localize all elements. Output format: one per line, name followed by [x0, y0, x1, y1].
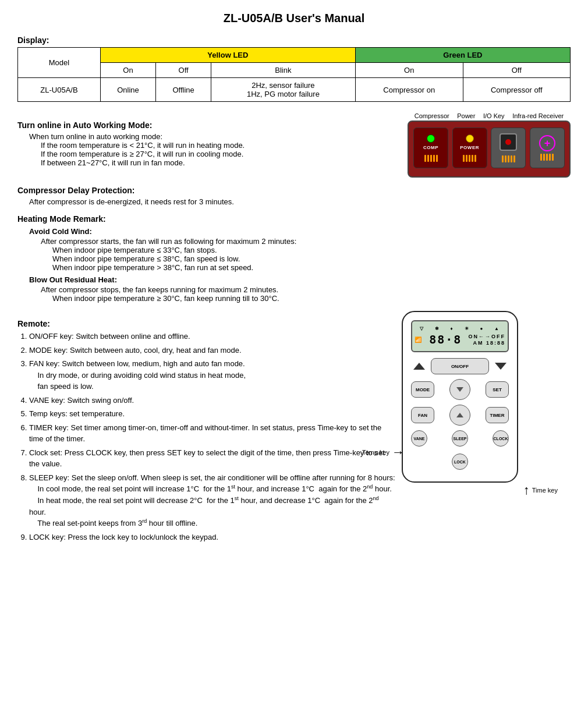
yellow-off-sub: Off [156, 63, 211, 78]
lock-button[interactable]: LOCK [452, 454, 468, 470]
auto-mode-section: Turn online in Auto Working Mode: When t… [17, 112, 571, 178]
blow-out-line2: When indoor pipe temperature ≥ 30°C, fan… [52, 294, 571, 303]
blow-out-line1: After compressor stops, the fan keeps ru… [41, 285, 571, 294]
compressor-delay-section: Compressor Delay Protection: After compr… [17, 186, 571, 206]
fan-nav-button[interactable] [449, 405, 470, 426]
yellow-led-header: Yellow LED [100, 48, 355, 63]
auto-mode-title: Turn online in Auto Working Mode: [17, 121, 396, 130]
yellow-on-sub: On [100, 63, 155, 78]
compressor-label: Compressor [415, 112, 449, 119]
fan-button[interactable]: FAN [411, 407, 434, 423]
remote-body: ▽❄♦☀●▲ 📶 88·8 ON←→OFF AM 18:88 [402, 311, 518, 483]
center-nav-button[interactable] [449, 379, 470, 400]
io-inner [500, 133, 517, 151]
remote-item-4: VANE key: Switch swing on/off. [29, 395, 396, 406]
down-arrow-icon [495, 363, 506, 370]
clock-button[interactable]: CLOCK [493, 430, 509, 447]
comp-btn-label: COMP [423, 145, 438, 150]
vane-sleep-clock-row: VANE SLEEP CLOCK [411, 430, 509, 447]
lock-row: LOCK [411, 451, 509, 470]
green-off-val: Compressor off [463, 78, 570, 102]
remote-item-2: MODE key: Switch between auto, cool, dry… [29, 345, 396, 356]
yellow-off-val: Offline [156, 78, 211, 102]
remote-section: Remote: ON/OFF key: Switch between onlin… [17, 311, 571, 545]
yellow-on-val: Online [100, 78, 155, 102]
ir-plus-icon: + [544, 137, 551, 150]
power-btn-label: POWER [460, 145, 479, 150]
ctrl-body: COMP POWER [408, 121, 571, 178]
avoid-cold-title: Avoid Cold Wind: [29, 227, 571, 236]
timer-button[interactable]: TIMER [486, 407, 509, 423]
green-on-sub: On [355, 63, 463, 78]
screen-digits: 88·8 [429, 332, 462, 346]
vane-button[interactable]: VANE [411, 430, 427, 447]
yellow-blink-sub: Blink [211, 63, 356, 78]
up-arrow-icon [413, 363, 425, 370]
remote-text: Remote: ON/OFF key: Switch between onlin… [17, 311, 402, 545]
time-key-label: Time key [532, 487, 558, 494]
time-key-arrow-left: ↑ [523, 483, 530, 498]
remote-item-1: ON/OFF key: Switch between online and of… [29, 331, 396, 342]
mode-set-row: MODE SET [411, 379, 509, 400]
remote-item-3: FAN key: Switch between low, medium, hig… [29, 358, 396, 392]
auto-mode-line1: If the room temperature is < 21°C, it wi… [41, 141, 396, 150]
temp-key-label-wrap: Temp key → [362, 445, 405, 460]
ir-label: Infra-red Receiver [512, 112, 564, 119]
avoid-cold-line2: When indoor pipe temperature ≤ 38°C, fan… [52, 254, 571, 263]
power-label: Power [457, 112, 475, 119]
on-off-row: ON/OFF [411, 358, 509, 374]
mode-button[interactable]: MODE [411, 381, 434, 398]
power-yellow-led [466, 134, 474, 143]
ir-circle: + [539, 135, 555, 151]
compressor-delay-title: Compressor Delay Protection: [17, 186, 571, 195]
screen-top-icons: ▽❄♦☀●▲ [415, 326, 505, 331]
power-btn-lines [463, 155, 476, 162]
comp-button: COMP [413, 128, 448, 168]
display-section: Display: Model Yellow LED Green LED On O… [17, 36, 571, 102]
auto-mode-intro: When turn online in auto working mode: [29, 132, 396, 141]
yellow-blink-val: 2Hz, sensor failure 1Hz, PG motor failur… [211, 78, 356, 102]
avoid-cold-line3: When indoor pipe temperature > 38°C, fan… [52, 263, 571, 272]
remote-item-6: TIMER key: Set timer among timer-on, tim… [29, 422, 396, 445]
power-button: POWER [452, 128, 487, 168]
remote-diagram: Temp key → ↑ Time key ▽❄♦☀●▲ 📶 [402, 311, 571, 483]
comp-green-led [427, 134, 435, 143]
avoid-cold-intro: After compressor starts, the fan will ru… [41, 237, 571, 246]
auto-mode-line3: If between 21~27°C, it will run in fan m… [41, 158, 396, 167]
compressor-delay-text: After compressor is de-energized, it nee… [29, 197, 571, 206]
blow-out-title: Blow Out Residual Heat: [29, 275, 571, 284]
remote-screen: ▽❄♦☀●▲ 📶 88·8 ON←→OFF AM 18:88 [411, 320, 509, 352]
time-key-label-wrap: ↑ Time key [523, 483, 558, 498]
page-title: ZL-U05A/B User's Manual [17, 12, 571, 25]
model-row: ZL-U05A/B [18, 78, 101, 102]
heating-mode-title: Heating Mode Remark: [17, 214, 571, 224]
fan-up-icon [456, 413, 463, 417]
green-led-header: Green LED [355, 48, 570, 63]
remote-item-8: SLEEP key: Set the sleep on/off. When sl… [29, 472, 396, 529]
remote-item-7: Clock set: Press CLOCK key, then press S… [29, 447, 396, 470]
model-header: Model [18, 48, 101, 78]
remote-title: Remote: [17, 319, 396, 328]
io-key-label: I/O Key [483, 112, 505, 119]
remote-list: ON/OFF key: Switch between online and of… [17, 331, 396, 543]
on-off-button[interactable]: ON/OFF [431, 358, 489, 374]
io-button [491, 128, 526, 168]
remote-item-9: LOCK key: Press the lock key to lock/unl… [29, 532, 396, 543]
sleep-button[interactable]: SLEEP [452, 430, 468, 447]
auto-mode-line2: If the room temperature is ≥ 27°C, it wi… [41, 150, 396, 158]
temp-key-arrow: → [392, 445, 405, 460]
io-dot [505, 139, 511, 145]
set-button[interactable]: SET [486, 381, 509, 398]
comp-btn-lines [424, 155, 438, 162]
io-btn-lines [502, 155, 515, 162]
remote-item-5: Temp keys: set temperature. [29, 408, 396, 420]
avoid-cold-line1: When indoor pipe temperature ≤ 33°C, fan… [52, 246, 571, 254]
fan-timer-row: FAN TIMER [411, 405, 509, 426]
temp-key-label: Temp key [362, 449, 389, 456]
led-table: Model Yellow LED Green LED On Off Blink … [17, 47, 571, 102]
ir-btn-lines [540, 154, 554, 161]
display-label: Display: [17, 36, 571, 45]
screen-mid: 📶 88·8 ON←→OFF AM 18:88 [415, 332, 505, 346]
ir-button: + [530, 128, 565, 168]
ctrl-labels: Compressor Power I/O Key Infra-red Recei… [408, 112, 571, 119]
